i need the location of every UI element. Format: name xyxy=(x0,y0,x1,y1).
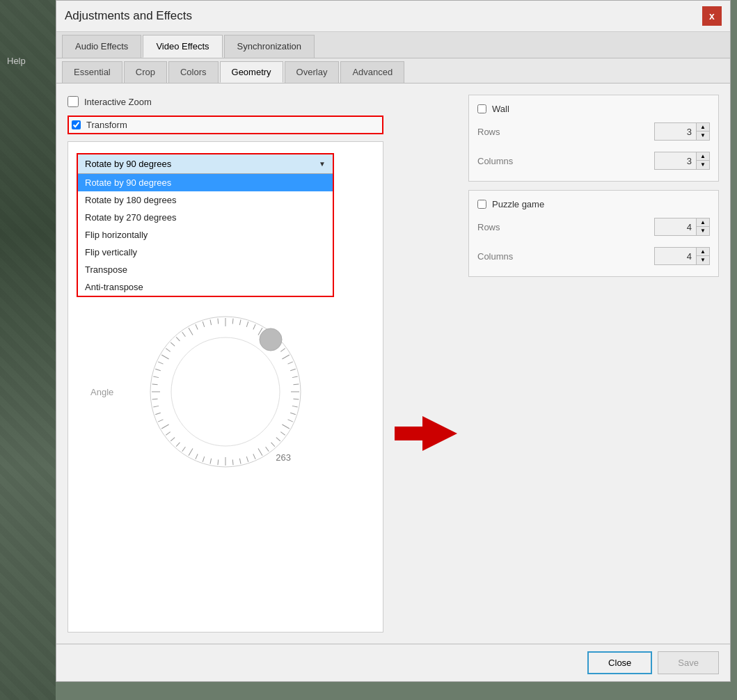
puzzle-header: Puzzle game xyxy=(477,199,710,209)
tab-synchronization[interactable]: Synchronization xyxy=(224,35,315,58)
dial-container[interactable]: 263 xyxy=(149,315,302,468)
sub-tabs: Essential Crop Colors Geometry Overlay A… xyxy=(56,58,730,83)
puzzle-rows-label: Rows xyxy=(477,222,533,232)
dropdown-item-3[interactable]: Flip horizontally xyxy=(78,226,333,244)
subtab-advanced[interactable]: Advanced xyxy=(340,61,404,83)
close-button[interactable]: x xyxy=(702,6,722,26)
dialog-title: Adjustments and Effects xyxy=(65,9,192,23)
wall-checkbox[interactable] xyxy=(477,104,486,113)
subtab-geometry[interactable]: Geometry xyxy=(220,61,283,83)
dropdown-item-1[interactable]: Rotate by 180 degrees xyxy=(78,191,333,209)
angle-value: 263 xyxy=(276,452,291,463)
puzzle-rows-down-btn[interactable]: ▼ xyxy=(697,227,709,235)
wall-rows-up-btn[interactable]: ▲ xyxy=(697,123,709,132)
subtab-overlay[interactable]: Overlay xyxy=(285,61,340,83)
puzzle-rows-up-btn[interactable]: ▲ xyxy=(697,218,709,227)
content-area: Interactive Zoom Transform Rotate by 90 … xyxy=(56,83,730,644)
wall-columns-value: 3 xyxy=(655,154,696,168)
bottom-bar: Close Save xyxy=(56,644,730,681)
svg-marker-63 xyxy=(395,416,457,451)
puzzle-columns-row: Columns 4 ▲ ▼ xyxy=(477,244,710,268)
title-bar: Adjustments and Effects x xyxy=(56,1,730,32)
puzzle-columns-up-btn[interactable]: ▲ xyxy=(697,248,709,256)
wall-columns-label: Columns xyxy=(477,156,533,166)
puzzle-rows-row: Rows 4 ▲ ▼ xyxy=(477,215,710,239)
wall-rows-row: Rows 3 ▲ ▼ xyxy=(477,120,710,143)
subtab-essential[interactable]: Essential xyxy=(62,61,122,83)
puzzle-label: Puzzle game xyxy=(492,199,544,209)
dropdown-item-0[interactable]: Rotate by 90 degrees xyxy=(78,174,333,191)
left-content-box: Rotate by 90 degrees ▼ Rotate by 90 degr… xyxy=(68,141,383,633)
close-dialog-button[interactable]: Close xyxy=(587,651,652,674)
help-label: Help xyxy=(7,56,26,66)
dropdown-container: Rotate by 90 degrees ▼ Rotate by 90 degr… xyxy=(77,153,334,297)
right-panel: Wall Rows 3 ▲ ▼ Columns 3 xyxy=(468,95,719,633)
puzzle-section: Puzzle game Rows 4 ▲ ▼ Columns 4 xyxy=(468,190,719,277)
save-button: Save xyxy=(658,651,719,674)
left-panel: Interactive Zoom Transform Rotate by 90 … xyxy=(68,95,383,633)
wall-columns-spinner-btns: ▲ ▼ xyxy=(696,152,709,169)
tab-audio-effects[interactable]: Audio Effects xyxy=(62,35,141,58)
interactive-zoom-checkbox[interactable] xyxy=(68,96,79,107)
svg-point-62 xyxy=(260,328,282,351)
wall-columns-row: Columns 3 ▲ ▼ xyxy=(477,149,710,173)
dial-svg xyxy=(149,315,302,468)
puzzle-columns-spinner-btns: ▲ ▼ xyxy=(696,248,709,264)
interactive-zoom-label: Interactive Zoom xyxy=(84,97,152,107)
background-panel: Help xyxy=(0,0,56,700)
top-tabs: Audio Effects Video Effects Synchronizat… xyxy=(56,32,730,58)
wall-columns-down-btn[interactable]: ▼ xyxy=(697,161,709,169)
svg-point-61 xyxy=(171,337,280,446)
wall-rows-label: Rows xyxy=(477,127,533,137)
transform-checkbox[interactable] xyxy=(72,120,81,129)
dropdown-item-5[interactable]: Transpose xyxy=(78,261,333,278)
puzzle-checkbox[interactable] xyxy=(477,200,486,209)
puzzle-columns-label: Columns xyxy=(477,251,533,262)
tab-video-effects[interactable]: Video Effects xyxy=(143,35,222,58)
red-arrow-icon xyxy=(395,413,457,454)
interactive-zoom-row: Interactive Zoom xyxy=(68,95,383,109)
dropdown-item-2[interactable]: Rotate by 270 degrees xyxy=(78,209,333,226)
wall-columns-up-btn[interactable]: ▲ xyxy=(697,152,709,161)
wall-rows-value: 3 xyxy=(655,125,696,139)
transform-label: Transform xyxy=(86,120,127,130)
puzzle-rows-value: 4 xyxy=(655,220,696,234)
dropdown-header[interactable]: Rotate by 90 degrees ▼ xyxy=(78,154,333,174)
puzzle-columns-spinner: 4 ▲ ▼ xyxy=(654,247,710,265)
angle-section: Angle xyxy=(77,308,374,475)
wall-rows-down-btn[interactable]: ▼ xyxy=(697,132,709,140)
wall-rows-spinner: 3 ▲ ▼ xyxy=(654,122,710,141)
arrow-area xyxy=(395,234,457,633)
wall-columns-spinner: 3 ▲ ▼ xyxy=(654,152,710,170)
dropdown-item-6[interactable]: Anti-transpose xyxy=(78,278,333,296)
angle-label: Angle xyxy=(90,387,113,397)
transform-box: Transform xyxy=(68,116,383,134)
wall-rows-spinner-btns: ▲ ▼ xyxy=(696,123,709,140)
puzzle-rows-spinner: 4 ▲ ▼ xyxy=(654,218,710,236)
puzzle-columns-down-btn[interactable]: ▼ xyxy=(697,256,709,264)
dropdown-item-4[interactable]: Flip vertically xyxy=(78,244,333,261)
subtab-colors[interactable]: Colors xyxy=(168,61,219,83)
wall-section: Wall Rows 3 ▲ ▼ Columns 3 xyxy=(468,95,719,182)
puzzle-columns-value: 4 xyxy=(655,249,696,264)
puzzle-rows-spinner-btns: ▲ ▼ xyxy=(696,218,709,235)
dropdown-selected-text: Rotate by 90 degrees xyxy=(85,159,171,169)
wall-label: Wall xyxy=(492,104,509,114)
subtab-crop[interactable]: Crop xyxy=(124,61,167,83)
dialog: Adjustments and Effects x Audio Effects … xyxy=(56,0,731,682)
dropdown-arrow-icon: ▼ xyxy=(319,160,326,168)
wall-header: Wall xyxy=(477,104,710,114)
dropdown-list: Rotate by 90 degrees Rotate by 180 degre… xyxy=(78,174,333,296)
